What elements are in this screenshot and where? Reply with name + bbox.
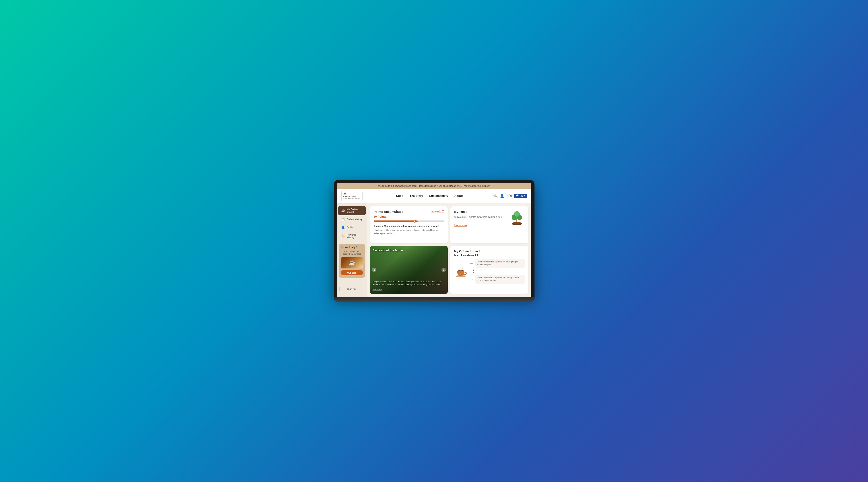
- points-title: Points Accumulated: [374, 210, 404, 214]
- logo-subtext: Trade, Reward, Sustain: [343, 198, 361, 200]
- search-icon[interactable]: 🔍: [493, 194, 498, 198]
- progress-dot: [414, 220, 417, 223]
- facts-body: Did you know that Fairtrade Internationa…: [373, 280, 445, 286]
- need-help-box: ⚙️ Need Help? If you want to get inspire…: [339, 244, 365, 278]
- facts-card: Facts about the farmer Did you know that…: [370, 246, 448, 294]
- tree-illustration: [509, 210, 525, 225]
- progress-fill: [374, 220, 416, 222]
- main-layout: ☕ My Coffee Impact 📋 Orders History 👤 Pr…: [337, 203, 531, 297]
- sidebar-item-profile[interactable]: 👤 Profile: [338, 223, 366, 231]
- progress-dot-end: [441, 220, 443, 222]
- svg-point-7: [515, 213, 517, 216]
- points-description: Check our guide to see more about your c…: [374, 229, 444, 235]
- facts-title: Facts about the farmer: [373, 249, 445, 252]
- points-card: Points Accumulated See guide ❓ 60 Points: [370, 206, 448, 243]
- cart-count: 0: [510, 194, 512, 198]
- logo-text: CleverCoffee: [343, 195, 361, 198]
- facts-next-button[interactable]: ▶: [441, 268, 446, 272]
- logo-icon: ☕: [343, 192, 347, 195]
- navigation: ☕ CleverCoffee Trade, Reward, Sustain Sh…: [337, 189, 531, 203]
- nav-actions: 🔍 👤 🛒 0 🏳️ EN ▾: [493, 194, 527, 198]
- impact-visual: → You have collected 5 points for saving…: [454, 259, 525, 283]
- points-value: 60 Points: [374, 215, 444, 218]
- trees-description: You are only 5 months away from planting…: [454, 215, 506, 219]
- svg-point-1: [513, 222, 521, 224]
- flag-icon: 🏳️: [516, 194, 519, 197]
- impact-title: My Coffee Impact: [454, 249, 525, 253]
- cart-icon: 🛒: [506, 194, 510, 198]
- impact-row-2: → You have collected 5 points for making…: [469, 275, 525, 283]
- coffee-cup-svg: [454, 263, 468, 280]
- arrow-right-icon-1: →: [469, 261, 473, 266]
- trees-title: My Trees: [454, 210, 506, 214]
- logo[interactable]: ☕ CleverCoffee Trade, Reward, Sustain: [341, 191, 366, 201]
- svg-point-14: [460, 273, 461, 274]
- nav-shop[interactable]: Shop: [396, 194, 404, 198]
- help-icon: ⚙️: [341, 246, 344, 249]
- impact-bags: Total of bags bought: 2: [454, 254, 525, 257]
- impact-info-rows: → You have collected 5 points for saving…: [469, 259, 525, 283]
- flag-label: EN: [520, 194, 523, 197]
- announcement-text: Welcome to our new website and shop. Ple…: [378, 185, 490, 187]
- profile-icon: 👤: [341, 225, 345, 229]
- trees-card: My Trees You are only 5 months away from…: [451, 206, 528, 243]
- cart-badge[interactable]: 🛒 0: [506, 194, 512, 198]
- need-help-title: Need Help?: [345, 246, 357, 249]
- question-icon: ❓: [441, 210, 444, 212]
- logo-box: ☕ CleverCoffee Trade, Reward, Sustain: [341, 191, 363, 201]
- see-tree-link[interactable]: See your tree: [454, 224, 467, 227]
- laptop-base: [334, 297, 534, 302]
- see-guide-link[interactable]: See guide ❓: [431, 210, 444, 212]
- sidebar-item-label: Rewards History: [347, 233, 363, 239]
- arrow-right-icon-2: →: [469, 277, 473, 281]
- progress-bar: [374, 220, 444, 222]
- sidebar: ☕ My Coffee Impact 📋 Orders History 👤 Pr…: [337, 203, 367, 297]
- laptop-notch: [427, 299, 441, 300]
- blog-image: ☕: [341, 257, 363, 268]
- impact-info-box-2: You have collected 5 points for making 9…: [475, 275, 525, 283]
- sidebar-item-label: Orders History: [347, 218, 363, 221]
- nav-links: Shop The Story Sustainability About: [366, 194, 493, 198]
- nav-about[interactable]: About: [455, 194, 463, 198]
- sidebar-item-orders-history[interactable]: 📋 Orders History: [338, 216, 366, 223]
- svg-point-13: [459, 270, 462, 270]
- sidebar-item-label: My Coffee Impact: [347, 208, 363, 213]
- sign-out-button[interactable]: Sign out: [340, 286, 364, 292]
- facts-prev-button[interactable]: ◀: [372, 268, 376, 272]
- points-warning: You need 15 more points before you can r…: [374, 225, 444, 228]
- announcement-bar: Welcome to our new website and shop. Ple…: [337, 183, 531, 189]
- coffee-impact-icon: ☕: [341, 209, 345, 212]
- facts-image: Facts about the farmer Did you know that…: [370, 246, 448, 294]
- rewards-icon: 🏷️: [341, 234, 345, 238]
- language-selector[interactable]: 🏳️ EN ▾: [514, 194, 527, 198]
- nav-sustainability[interactable]: Sustainability: [429, 194, 448, 198]
- impact-row-1: → You have collected 5 points for saving…: [469, 259, 525, 268]
- sidebar-item-rewards-history[interactable]: 🏷️ Rewards History: [338, 232, 366, 241]
- dropdown-arrow-icon: ▾: [524, 194, 525, 197]
- content-area: Points Accumulated See guide ❓ 60 Points: [367, 203, 531, 297]
- sidebar-item-my-coffee-impact[interactable]: ☕ My Coffee Impact: [338, 206, 366, 215]
- sidebar-item-label: Profile: [347, 226, 353, 229]
- nav-the-story[interactable]: The Story: [410, 194, 423, 198]
- impact-card: My Coffee Impact Total of bags bought: 2: [451, 246, 528, 294]
- account-icon[interactable]: 👤: [500, 194, 504, 198]
- orders-icon: 📋: [341, 218, 345, 221]
- facts-see-more[interactable]: See More: [373, 289, 382, 291]
- impact-info-box-1: You have collected 5 points for saving 5…: [475, 259, 525, 268]
- blog-button[interactable]: Our blog: [341, 270, 363, 275]
- sign-out-area: Sign out: [337, 283, 367, 294]
- need-help-text: If you want to get inspired, try our blo…: [341, 250, 363, 255]
- tree-svg: [509, 210, 525, 225]
